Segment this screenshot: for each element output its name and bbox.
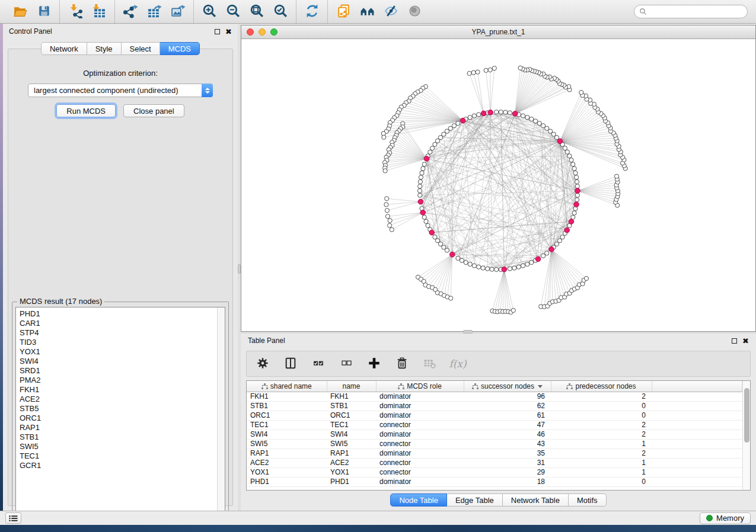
graph-node[interactable] [426,223,430,227]
graph-node[interactable] [565,150,569,154]
graph-node[interactable] [495,267,499,271]
table-row[interactable]: PHD1PHD1dominator180 [247,477,742,486]
table-cell[interactable]: TEC1 [327,420,376,430]
graph-node[interactable] [445,248,449,252]
graph-node[interactable] [541,124,546,128]
graph-node[interactable] [484,68,488,72]
graph-node[interactable] [467,71,471,75]
column-header-predecessor-nodes[interactable]: predecessor nodes [551,381,652,392]
graph-hub-node[interactable] [575,188,580,194]
graph-node[interactable] [433,142,437,146]
graph-node[interactable] [575,184,579,188]
table-cell[interactable]: dominator [376,477,464,486]
graph-hub-node[interactable] [564,227,570,233]
graph-node[interactable] [490,267,494,271]
graph-node[interactable] [499,110,503,114]
search-box[interactable] [634,5,748,18]
graph-node[interactable] [488,68,492,72]
graph-node[interactable] [418,180,422,184]
export-image-button[interactable] [166,2,190,21]
graph-node[interactable] [472,264,476,268]
table-cell[interactable]: ORC1 [247,411,327,420]
table-row[interactable]: SWI4SWI4dominator462 [247,430,742,439]
graph-node[interactable] [430,146,435,150]
table-cell[interactable]: 43 [464,439,551,448]
graph-hub-node[interactable] [424,156,429,162]
table-cell[interactable]: 0 [551,401,652,411]
graph-node[interactable] [477,265,481,269]
graph-node[interactable] [424,219,428,223]
zoom-out-button[interactable] [221,2,245,21]
table-cell[interactable]: PHD1 [247,477,327,486]
tab-mcds[interactable]: MCDS [160,42,200,55]
table-cell[interactable]: PHD1 [327,477,376,486]
table-cell[interactable]: YOX1 [327,467,376,477]
graph-hub-node[interactable] [502,267,507,272]
table-row[interactable]: FKH1FKH1dominator962 [247,392,742,401]
mcds-result-item[interactable]: GCR1 [20,461,217,470]
table-cell[interactable]: SWI4 [247,430,327,439]
table-cell[interactable]: ACE2 [327,458,376,467]
column-header-successor-nodes[interactable]: successor nodes [464,381,551,392]
export-table-button[interactable] [142,2,166,21]
table-cell[interactable]: FKH1 [247,392,327,401]
table-row[interactable]: SWI5SWI5connector431 [247,439,742,448]
graph-node[interactable] [422,162,426,166]
graph-node[interactable] [521,114,525,118]
tab-select[interactable]: Select [122,42,160,55]
table-cell[interactable]: 2 [551,430,652,439]
node-table[interactable]: shared namenameMCDS rolesuccessor nodesp… [246,380,751,491]
table-cell[interactable]: 47 [464,420,551,430]
close-panel-icon[interactable]: ✖ [225,28,232,36]
table-cell[interactable]: 35 [464,448,551,458]
table-cell[interactable]: 1 [551,458,652,467]
graph-node[interactable] [385,197,389,201]
table-cell[interactable]: SWI5 [247,439,327,448]
graph-hub-node[interactable] [481,111,486,116]
deselect-all-rows-button[interactable] [339,356,354,371]
table-cell[interactable]: 2 [551,448,652,458]
mcds-result-item[interactable]: RAP1 [20,423,217,432]
table-cell[interactable]: 96 [464,392,551,401]
mcds-result-item[interactable]: STB1 [20,432,217,442]
graph-node[interactable] [572,211,576,215]
graph-node[interactable] [511,308,515,312]
graph-hub-node[interactable] [557,139,563,144]
table-row[interactable]: STB1STB1dominator620 [247,401,742,411]
graph-node[interactable] [472,114,476,118]
table-row[interactable]: YOX1YOX1connector291 [247,467,742,477]
table-cell[interactable]: 1 [551,467,652,477]
mcds-result-item[interactable]: SRD1 [20,366,217,376]
hide-selected-button[interactable] [379,2,403,21]
graph-node[interactable] [575,193,579,197]
search-input[interactable] [650,8,742,16]
duplicate-network-button[interactable] [331,2,355,21]
panel-settings-button[interactable] [255,356,270,371]
graph-node[interactable] [573,171,578,175]
column-header-shared-name[interactable]: shared name [247,381,327,392]
tab-edge-table[interactable]: Edge Table [447,493,503,507]
table-row[interactable]: RAP1RAP1dominator352 [247,448,742,458]
mcds-result-item[interactable]: CAR1 [20,319,217,328]
graph-node[interactable] [579,90,583,94]
table-cell[interactable]: 46 [464,430,551,439]
table-scrollbar-thumb[interactable] [744,388,749,443]
close-panel-button[interactable]: Close panel [123,104,184,117]
mcds-result-item[interactable]: PHD1 [20,309,217,319]
graph-node[interactable] [534,119,538,123]
float-table-panel-icon[interactable] [732,338,737,344]
table-cell[interactable]: 61 [464,411,551,420]
graph-node[interactable] [512,266,516,270]
table-cell[interactable]: 18 [464,477,551,486]
mcds-result-item[interactable]: STP4 [20,328,217,338]
graph-node[interactable] [560,235,564,239]
close-table-panel-icon[interactable]: ✖ [742,337,749,345]
delete-column-button[interactable] [394,356,410,371]
table-cell[interactable]: 1 [551,439,652,448]
mcds-result-item[interactable]: ORC1 [20,414,217,423]
graph-hub-node[interactable] [460,118,465,123]
graph-node[interactable] [503,110,508,114]
table-cell[interactable]: STB1 [247,401,327,411]
graph-hub-node[interactable] [429,230,435,235]
mcds-result-item[interactable]: TID3 [20,338,217,347]
